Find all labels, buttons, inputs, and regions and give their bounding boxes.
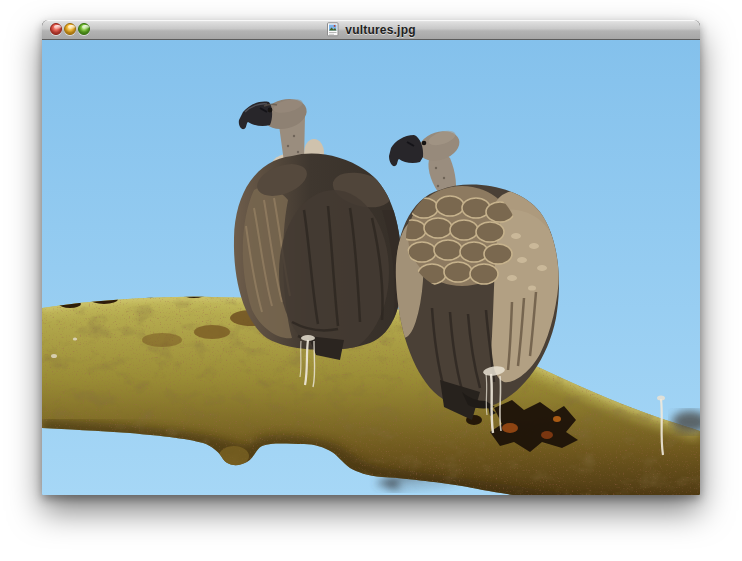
left-vulture-eye [268,108,273,113]
close-button[interactable] [50,23,62,35]
image-viewer-window: vultures.jpg [42,20,700,495]
minimize-button[interactable] [64,23,76,35]
title-area: vultures.jpg [42,20,700,39]
photo-content [42,40,700,495]
jpeg-document-icon [326,22,340,37]
titlebar[interactable]: vultures.jpg [42,20,700,40]
window-controls [50,23,90,35]
photo-canvas [42,40,700,495]
window-title: vultures.jpg [345,23,415,37]
zoom-button[interactable] [78,23,90,35]
desktop: vultures.jpg [0,0,742,561]
right-vulture-eye [422,141,427,146]
